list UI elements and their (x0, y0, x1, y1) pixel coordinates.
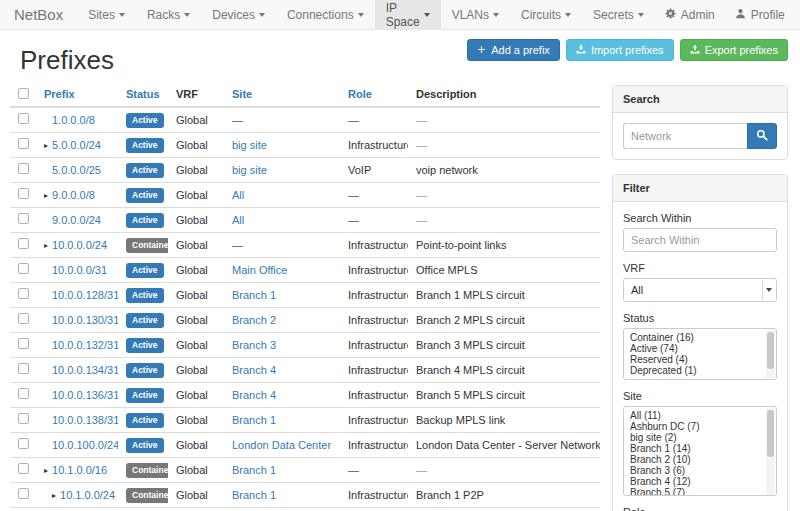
row-checkbox[interactable] (18, 263, 29, 274)
prefix-link[interactable]: 5.0.0.0/24 (52, 139, 101, 151)
filter-option[interactable]: Branch 1 (14) (624, 443, 776, 454)
row-checkbox[interactable] (18, 163, 29, 174)
select-all-checkbox[interactable] (18, 88, 29, 99)
site-link[interactable]: Branch 2 (232, 314, 276, 326)
column-header-prefix[interactable]: Prefix (36, 82, 118, 107)
column-header-status[interactable]: Status (118, 82, 168, 107)
filter-option[interactable]: Ashburn DC (7) (624, 421, 776, 432)
prefix-link[interactable]: 10.1.0.0/24 (60, 489, 115, 501)
nav-item-label: Racks (147, 8, 180, 22)
site-link[interactable]: Branch 4 (232, 364, 276, 376)
nav-item-racks[interactable]: Racks (136, 0, 201, 29)
table-row: 10.0.0.136/31ActiveGlobalBranch 4Infrast… (10, 383, 600, 408)
site-link[interactable]: Branch 3 (232, 339, 276, 351)
row-checkbox[interactable] (18, 463, 29, 474)
filter-option[interactable]: Branch 4 (12) (624, 476, 776, 487)
row-checkbox[interactable] (18, 288, 29, 299)
prefix-link[interactable]: 10.0.0.130/31 (52, 314, 118, 326)
search-panel-heading: Search (613, 86, 787, 113)
row-checkbox[interactable] (18, 238, 29, 249)
filter-option[interactable]: Branch 5 (7) (624, 487, 776, 496)
row-checkbox[interactable] (18, 338, 29, 349)
column-header-site[interactable]: Site (224, 82, 340, 107)
site-link[interactable]: Branch 4 (232, 389, 276, 401)
empty-dash: — (348, 464, 359, 476)
site-link[interactable]: big site (232, 139, 267, 151)
status-listbox[interactable]: Container (16)Active (74)Reserved (4)Dep… (623, 328, 777, 380)
vrf-select[interactable]: All (623, 278, 777, 302)
prefix-link[interactable]: 10.0.0.128/31 (52, 289, 118, 301)
row-checkbox[interactable] (18, 388, 29, 399)
search-button[interactable] (747, 123, 777, 149)
import-prefixes-button[interactable]: Import prefixes (566, 39, 674, 61)
filter-option[interactable]: All (11) (624, 410, 776, 421)
nav-item-sites[interactable]: Sites (77, 0, 136, 29)
prefix-link[interactable]: 10.0.0.132/31 (52, 339, 118, 351)
nav-item-secrets[interactable]: Secrets (582, 0, 655, 29)
site-link[interactable]: Main Office (232, 264, 287, 276)
nav-item-connections[interactable]: Connections (276, 0, 375, 29)
add-prefix-button[interactable]: Add a prefix (467, 39, 560, 61)
filter-option[interactable]: Deprecated (1) (624, 365, 776, 376)
site-link[interactable]: Branch 1 (232, 289, 276, 301)
row-checkbox[interactable] (18, 313, 29, 324)
column-header-role[interactable]: Role (340, 82, 408, 107)
site-listbox[interactable]: All (11)Ashburn DC (7)big site (2)Branch… (623, 406, 777, 496)
site-link[interactable]: London Data Center (232, 439, 331, 451)
row-checkbox[interactable] (18, 113, 29, 124)
checkbox-cell (10, 133, 36, 158)
nav-item-log-out[interactable]: Log out (795, 0, 800, 29)
row-checkbox[interactable] (18, 438, 29, 449)
site-link[interactable]: big site (232, 164, 267, 176)
column-sort-link[interactable]: Status (126, 88, 160, 100)
site-link[interactable]: Branch 1 (232, 464, 276, 476)
prefix-link[interactable]: 10.0.0.134/31 (52, 364, 118, 376)
column-sort-link[interactable]: Site (232, 88, 252, 100)
site-link[interactable]: All (232, 214, 244, 226)
nav-item-circuits[interactable]: Circuits (510, 0, 582, 29)
site-link[interactable]: Branch 1 (232, 414, 276, 426)
column-sort-link[interactable]: Role (348, 88, 372, 100)
row-checkbox[interactable] (18, 138, 29, 149)
filter-option[interactable]: Branch 3 (6) (624, 465, 776, 476)
nav-item-devices[interactable]: Devices (201, 0, 276, 29)
status-badge: Active (126, 188, 164, 203)
status-cell: Container (118, 483, 168, 508)
empty-dash: — (416, 464, 427, 476)
row-checkbox[interactable] (18, 413, 29, 424)
prefix-link[interactable]: 1.0.0.0/8 (52, 114, 95, 126)
filter-option[interactable]: Reserved (4) (624, 354, 776, 365)
row-checkbox[interactable] (18, 188, 29, 199)
nav-item-profile[interactable]: Profile (725, 0, 795, 29)
filter-option[interactable]: Container (16) (624, 332, 776, 343)
filter-option[interactable]: Branch 2 (10) (624, 454, 776, 465)
prefix-link[interactable]: 5.0.0.0/25 (52, 164, 101, 176)
export-prefixes-button[interactable]: Export prefixes (680, 39, 788, 61)
prefix-link[interactable]: 10.0.0.0/31 (52, 264, 107, 276)
row-checkbox[interactable] (18, 213, 29, 224)
prefix-link[interactable]: 10.0.0.138/31 (52, 414, 118, 426)
row-checkbox[interactable] (18, 488, 29, 499)
status-badge: Active (126, 388, 164, 403)
prefix-link[interactable]: 9.0.0.0/24 (52, 214, 101, 226)
site-link[interactable]: Branch 1 (232, 489, 276, 501)
scrollbar[interactable] (766, 330, 775, 378)
filter-option[interactable]: Active (74) (624, 343, 776, 354)
nav-item-admin[interactable]: Admin (655, 0, 725, 29)
prefix-link[interactable]: 9.0.0.0/8 (52, 189, 95, 201)
filter-option[interactable]: big site (2) (624, 432, 776, 443)
column-sort-link[interactable]: Prefix (44, 88, 75, 100)
nav-item-vlans[interactable]: VLANs (441, 0, 510, 29)
search-icon (756, 127, 768, 145)
prefix-link[interactable]: 10.0.0.136/31 (52, 389, 118, 401)
brand[interactable]: NetBox (0, 0, 77, 29)
prefix-link[interactable]: 10.0.100.0/24 (52, 439, 118, 451)
nav-item-ip-space[interactable]: IP Space (375, 0, 441, 29)
scrollbar[interactable] (766, 408, 775, 494)
prefix-link[interactable]: 10.1.0.0/16 (52, 464, 107, 476)
search-input[interactable] (623, 123, 747, 149)
site-link[interactable]: All (232, 189, 244, 201)
row-checkbox[interactable] (18, 363, 29, 374)
prefix-link[interactable]: 10.0.0.0/24 (52, 239, 107, 251)
search-within-input[interactable] (623, 228, 777, 252)
